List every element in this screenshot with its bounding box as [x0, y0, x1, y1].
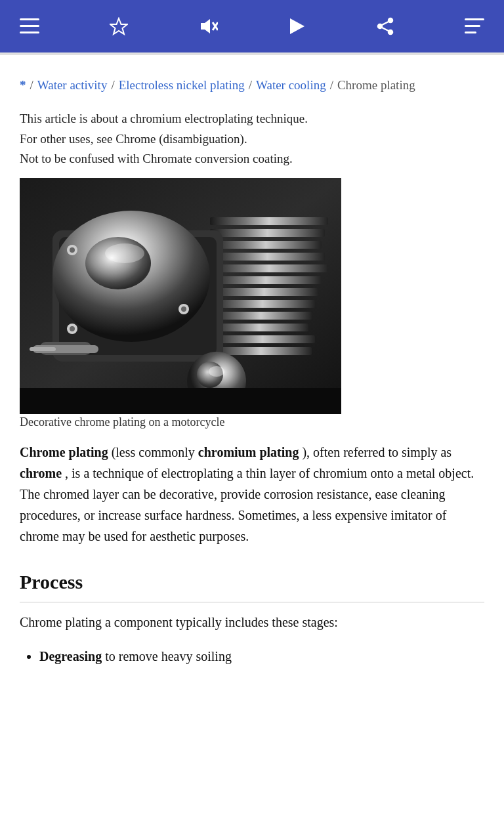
breadcrumb-sep-2: / [111, 75, 114, 96]
breadcrumb-area: * / Water activity / Electroless nickel … [0, 55, 504, 102]
top-navigation-bar [0, 0, 504, 52]
share-icon[interactable] [369, 10, 401, 42]
svg-rect-15 [465, 32, 476, 33]
term-chrome-plating: Chrome plating [20, 445, 108, 459]
svg-rect-22 [210, 276, 322, 284]
process-item-1-text: Degreasing [39, 649, 102, 663]
breadcrumb-sep-4: / [330, 75, 333, 96]
svg-rect-1 [20, 25, 39, 27]
breadcrumb-home-asterisk[interactable]: * [20, 75, 26, 96]
article-body: Chrome plating (less commonly chromium p… [20, 442, 484, 667]
svg-point-41 [181, 306, 186, 312]
intro-text-3: , is a technique of electroplating a thi… [20, 466, 474, 543]
svg-line-11 [382, 22, 388, 25]
process-intro-text: Chrome plating a component typically inc… [20, 612, 484, 633]
chrome-engine-svg [20, 178, 341, 414]
svg-marker-4 [201, 19, 210, 33]
overflow-menu-icon[interactable] [458, 12, 491, 41]
process-item-1-rest: to remove heavy soiling [105, 649, 232, 663]
svg-rect-19 [210, 241, 322, 249]
breadcrumb-current-page: Chrome plating [337, 75, 415, 96]
hamburger-menu-icon[interactable] [13, 12, 46, 41]
svg-rect-37 [30, 347, 56, 351]
intro-text-2: ), often referred to simply as [302, 445, 452, 459]
article-image-container: Decorative chrome plating on a motorcycl… [20, 178, 484, 430]
svg-rect-2 [20, 32, 39, 33]
svg-point-44 [105, 243, 144, 263]
svg-point-45 [209, 366, 224, 377]
process-list-item-1: Degreasing to remove heavy soiling [39, 646, 484, 667]
svg-rect-26 [210, 324, 308, 331]
svg-rect-18 [210, 229, 325, 237]
svg-rect-13 [465, 18, 484, 20]
image-caption: Decorative chrome plating on a motorcycl… [20, 414, 484, 430]
disambiguation-line2: For other uses, see Chrome (disambiguati… [20, 132, 247, 146]
svg-rect-25 [210, 312, 312, 320]
breadcrumb-link-water-cooling[interactable]: Water cooling [256, 75, 326, 96]
breadcrumb-link-water-activity[interactable]: Water activity [37, 75, 108, 96]
svg-rect-24 [210, 300, 315, 308]
breadcrumb-link-electroless[interactable]: Electroless nickel plating [119, 75, 245, 96]
term-chromium-plating: chromium plating [198, 445, 299, 459]
svg-point-43 [70, 326, 75, 331]
term-chrome: chrome [20, 466, 62, 480]
disambiguation-line1: This article is about a chromium electro… [20, 112, 308, 125]
article-content: This article is about a chromium electro… [0, 102, 504, 690]
svg-rect-27 [210, 335, 315, 343]
article-intro-paragraph: Chrome plating (less commonly chromium p… [20, 442, 484, 547]
svg-rect-0 [20, 18, 39, 20]
disambiguation-block: This article is about a chromium electro… [20, 109, 484, 169]
breadcrumb-sep-1: / [30, 75, 33, 96]
mute-icon[interactable] [192, 10, 224, 42]
disambiguation-line3: Not to be confused with Chromate convers… [20, 152, 293, 165]
process-list: Degreasing to remove heavy soiling [20, 646, 484, 667]
svg-marker-7 [290, 18, 304, 34]
breadcrumb-sep-3: / [249, 75, 252, 96]
svg-line-12 [382, 28, 388, 31]
svg-point-9 [388, 30, 392, 34]
svg-point-10 [378, 24, 382, 28]
svg-rect-20 [210, 253, 325, 261]
svg-rect-17 [210, 217, 328, 225]
breadcrumb: * / Water activity / Electroless nickel … [20, 75, 484, 96]
svg-point-39 [70, 247, 75, 253]
intro-text-1: (less commonly [112, 445, 198, 459]
article-image [20, 178, 341, 414]
svg-rect-21 [210, 264, 328, 272]
star-icon[interactable] [103, 10, 135, 42]
process-heading: Process [20, 566, 484, 602]
svg-marker-3 [110, 18, 127, 34]
svg-point-8 [388, 18, 392, 22]
play-icon[interactable] [282, 10, 312, 42]
svg-rect-14 [465, 25, 480, 27]
svg-rect-23 [210, 288, 318, 296]
svg-rect-46 [20, 388, 341, 414]
